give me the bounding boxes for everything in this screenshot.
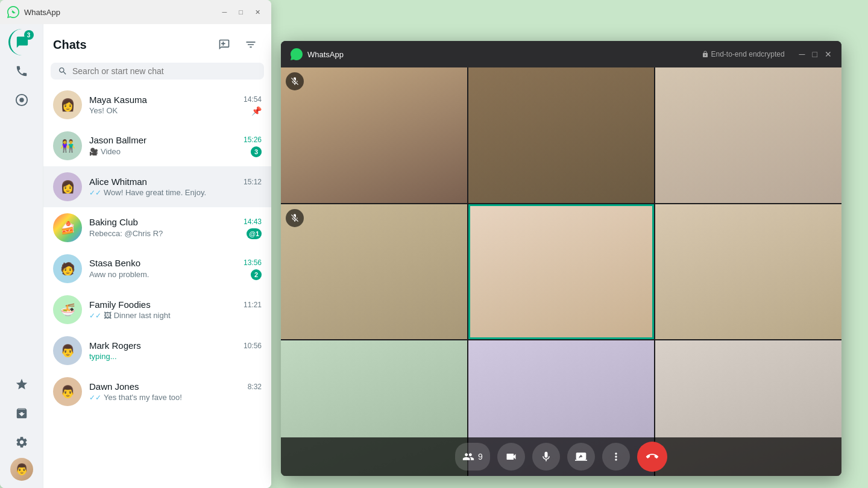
chat-info-stasa: Stasa Benko 13:56 Aww no problem. 2: [89, 258, 262, 280]
chat-item-family[interactable]: 🍜 Family Foodies 11:21 ✓✓ 🖼 Dinner last …: [43, 289, 271, 330]
chat-item-maya[interactable]: 👩 Maya Kasuma 14:54 Yes! OK 📌: [43, 84, 271, 125]
chat-time-family: 11:21: [244, 301, 262, 309]
chat-preview-maya: Yes! OK: [89, 106, 118, 115]
chat-name-stasa: Stasa Benko: [89, 258, 140, 268]
video-cell-5: [468, 204, 655, 340]
search-bar: [51, 63, 264, 80]
participants-button[interactable]: 9: [455, 443, 490, 471]
chat-avatar-family: 🍜: [53, 295, 82, 324]
call-minimize-btn[interactable]: ─: [799, 49, 805, 59]
sidebar-item-settings[interactable]: [8, 429, 35, 455]
video-call-window: WhatsApp End-to-end endcrypted ─ □ ✕: [281, 41, 841, 476]
chat-info-jason: Jason Ballmer 15:26 🎥 Video 3: [89, 135, 262, 157]
more-options-button[interactable]: [602, 443, 630, 471]
end-call-button[interactable]: [637, 442, 667, 472]
main-minimize-btn[interactable]: ─: [219, 7, 231, 17]
chat-item-mark[interactable]: 👨 Mark Rogers 10:56 typing...: [43, 330, 271, 371]
jason-unread-badge: 3: [251, 146, 262, 157]
chat-time-jason: 15:26: [244, 136, 262, 144]
main-maximize-btn[interactable]: □: [235, 7, 247, 17]
call-window-title: WhatsApp: [307, 50, 697, 59]
alice-tick: ✓✓: [89, 189, 101, 197]
chat-info-mark: Mark Rogers 10:56 typing...: [89, 340, 262, 361]
chat-avatar-dawn: 👨: [53, 377, 82, 406]
video-cell-4: [281, 204, 467, 340]
chat-list: 👩 Maya Kasuma 14:54 Yes! OK 📌: [43, 84, 271, 488]
call-window-controls: ─ □ ✕: [799, 49, 832, 59]
screen-share-button[interactable]: [567, 443, 595, 471]
video-grid: [281, 67, 841, 476]
jason-video-icon: 🎥: [89, 148, 98, 156]
chat-preview-alice: ✓✓ Wow! Have great time. Enjoy.: [89, 188, 206, 197]
video-cell-6: [655, 204, 841, 340]
chat-item-jason[interactable]: 👫 Jason Ballmer 15:26 🎥 Video 3: [43, 125, 271, 166]
main-close-btn[interactable]: ✕: [251, 7, 264, 17]
chat-item-stasa[interactable]: 🧑 Stasa Benko 13:56 Aww no problem. 2: [43, 248, 271, 289]
microphone-button[interactable]: [532, 443, 560, 471]
call-close-btn[interactable]: ✕: [825, 49, 832, 59]
main-title-bar: WhatsApp ─ □ ✕: [0, 0, 271, 24]
sidebar-item-status[interactable]: [8, 87, 35, 113]
chat-avatar-stasa: 🧑: [53, 254, 82, 283]
stasa-unread-badge: 2: [251, 269, 262, 280]
whatsapp-logo-icon: [7, 6, 19, 18]
jason-preview-text: Video: [101, 147, 121, 156]
call-maximize-btn[interactable]: □: [813, 49, 817, 59]
chat-time-alice: 15:12: [244, 178, 262, 186]
chat-item-dawn[interactable]: 👨 Dawn Jones 8:32 ✓✓ Yes that's my fave …: [43, 371, 271, 412]
call-title-bar: WhatsApp End-to-end endcrypted ─ □ ✕: [281, 41, 841, 67]
chats-title: Chats: [53, 38, 87, 52]
search-icon: [58, 66, 68, 76]
chat-preview-stasa: Aww no problem.: [89, 270, 149, 279]
chat-name-family: Family Foodies: [89, 299, 151, 310]
chat-avatar-baking: 🍰: [53, 213, 82, 242]
chats-badge: 3: [24, 30, 34, 40]
video-toggle-button[interactable]: [497, 443, 525, 471]
chat-info-baking: Baking Club 14:43 Rebecca: @Chris R? @ 1: [89, 217, 262, 239]
chat-preview-dawn: ✓✓ Yes that's my fave too!: [89, 393, 182, 402]
chat-name-alice: Alice Whitman: [89, 177, 147, 187]
filter-button[interactable]: [240, 34, 262, 55]
chat-item-alice[interactable]: 👩 Alice Whitman 15:12 ✓✓ Wow! Have great…: [43, 166, 271, 207]
family-tick: ✓✓: [89, 311, 101, 320]
maya-pin-icon: 📌: [251, 106, 262, 116]
dawn-preview-text: Yes that's my fave too!: [104, 393, 182, 402]
sidebar-bottom: 👨: [8, 371, 35, 488]
chats-header: Chats: [43, 24, 271, 60]
sidebar: 3 👨: [0, 24, 43, 488]
video-cell-1: [281, 67, 467, 203]
chat-name-mark: Mark Rogers: [89, 340, 141, 351]
chats-panel: Chats 👩: [43, 24, 271, 488]
video-cell-3: [655, 67, 841, 203]
chat-avatar-mark: 👨: [53, 336, 82, 365]
chat-preview-mark: typing...: [89, 352, 117, 361]
chat-name-baking: Baking Club: [89, 217, 138, 227]
main-window-controls: ─ □ ✕: [219, 7, 264, 17]
maya-preview-text: Yes! OK: [89, 106, 118, 115]
chat-preview-jason: 🎥 Video: [89, 147, 121, 156]
chat-time-maya: 14:54: [244, 95, 262, 104]
user-avatar[interactable]: 👨: [10, 458, 33, 481]
main-window-title: WhatsApp: [24, 8, 214, 17]
new-chat-button[interactable]: [213, 34, 235, 55]
sidebar-item-archived[interactable]: [8, 400, 35, 427]
chats-actions: [213, 34, 262, 55]
chat-avatar-alice: 👩: [53, 172, 82, 201]
chat-item-baking[interactable]: 🍰 Baking Club 14:43 Rebecca: @Chris R? @…: [43, 207, 271, 248]
mute-indicator-4: [286, 209, 304, 227]
alice-preview-text: Wow! Have great time. Enjoy.: [104, 188, 206, 197]
search-input[interactable]: [72, 66, 257, 76]
chat-time-stasa: 13:56: [244, 258, 262, 267]
sidebar-item-chats[interactable]: 3: [8, 29, 35, 55]
chat-avatar-jason: 👫: [53, 131, 82, 160]
chat-preview-baking: Rebecca: @Chris R?: [89, 229, 163, 238]
svg-point-1: [19, 98, 24, 102]
chat-info-family: Family Foodies 11:21 ✓✓ 🖼 Dinner last ni…: [89, 299, 262, 320]
chat-avatar-maya: 👩: [53, 90, 82, 119]
whatsapp-main-window: WhatsApp ─ □ ✕ 3: [0, 0, 271, 488]
dawn-tick: ✓✓: [89, 393, 101, 402]
participants-count: 9: [478, 452, 483, 461]
sidebar-item-starred[interactable]: [8, 371, 35, 398]
chat-name-jason: Jason Ballmer: [89, 135, 146, 145]
sidebar-item-calls[interactable]: [8, 58, 35, 84]
